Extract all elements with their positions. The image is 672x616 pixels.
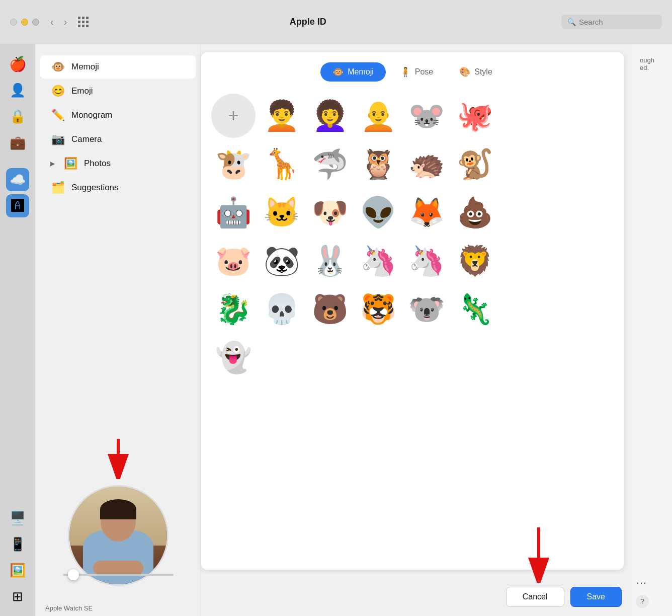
photos-label: Photos [84, 159, 111, 169]
system-sidebar: 🍎 👤 🔒 💼 ☁️ 🅰 🖥️ 📱 🖼️ ⊞ [0, 44, 35, 616]
help-button[interactable]: ? [636, 595, 649, 608]
save-button[interactable]: Save [570, 587, 622, 607]
red-arrow-save [526, 527, 551, 585]
tab-pose-label: Pose [415, 67, 433, 76]
sys-icon-user[interactable]: 👤 [6, 79, 29, 102]
right-pane: 🐵 Memoji 🧍 Pose 🎨 Style [201, 44, 632, 616]
expand-arrow-icon: ▶ [50, 160, 55, 167]
emoji-label: Emoji [71, 86, 93, 96]
tab-pose-icon: 🧍 [400, 66, 411, 78]
tab-memoji-icon: 🐵 [332, 66, 344, 78]
profile-photo[interactable] [68, 485, 169, 586]
camera-label: Camera [71, 134, 102, 144]
emoji-row-6: 👻 [211, 335, 614, 379]
add-memoji-button[interactable]: + [211, 94, 256, 138]
emoji-cell[interactable]: 🐻 [308, 287, 352, 331]
sys-icon-lock[interactable]: 🔒 [6, 105, 29, 128]
menu-item-emoji[interactable]: 😊 Emoji [40, 80, 196, 103]
emoji-cell[interactable]: 🐉 [211, 287, 256, 331]
monogram-icon: ✏️ [50, 109, 65, 122]
photos-icon: 🖼️ [63, 157, 78, 170]
menu-pane: 🐵 Memoji 😊 Emoji ✏️ Monogram 📷 Camera ▶ … [35, 44, 201, 616]
sys-icon-photo[interactable]: 🖼️ [6, 559, 29, 582]
menu-item-memoji[interactable]: 🐵 Memoji [40, 55, 196, 79]
emoji-cell[interactable]: 👩‍🦱 [308, 94, 352, 138]
maximize-button[interactable] [32, 19, 39, 26]
emoji-cell[interactable]: 💀 [260, 287, 304, 331]
emoji-cell[interactable]: 🧑‍🦲 [356, 94, 400, 138]
slider-track[interactable] [63, 574, 174, 576]
emoji-cell[interactable]: 🦄 [356, 239, 400, 283]
tab-style[interactable]: 🎨 Style [447, 62, 505, 82]
emoji-cell[interactable]: 🦊 [404, 190, 449, 235]
main-content: 🍎 👤 🔒 💼 ☁️ 🅰 🖥️ 📱 🖼️ ⊞ 🐵 Memoji 😊 Emoji … [0, 44, 672, 616]
sys-icon-cloud[interactable]: ☁️ [6, 168, 29, 191]
search-box[interactable]: 🔍 [561, 15, 662, 29]
sys-icon-apple[interactable]: 🍎 [6, 52, 29, 75]
emoji-row-2: 🐮 🦒 🦈 🦉 🦔 🐒 [211, 142, 614, 186]
emoji-cell[interactable]: 🧑‍🦱 [260, 94, 304, 138]
memoji-label: Memoji [71, 62, 99, 72]
slider-thumb[interactable] [68, 569, 79, 580]
slider-area[interactable] [63, 574, 174, 576]
cancel-button[interactable]: Cancel [506, 587, 564, 607]
emoji-cell[interactable]: 👽 [356, 190, 400, 235]
close-button[interactable] [10, 19, 17, 26]
emoji-cell[interactable]: 🦁 [453, 239, 497, 283]
emoji-cell[interactable]: 💩 [453, 190, 497, 235]
emoji-cell[interactable]: 🦒 [260, 142, 304, 186]
memoji-icon: 🐵 [50, 60, 65, 73]
emoji-cell[interactable]: 🐰 [308, 239, 352, 283]
emoji-cell[interactable]: 🐶 [308, 190, 352, 235]
tab-style-icon: 🎨 [459, 66, 470, 78]
emoji-cell[interactable]: 👻 [211, 335, 256, 379]
search-input[interactable] [579, 18, 656, 26]
titlebar: ‹ › Apple ID 🔍 [0, 0, 672, 44]
sys-icon-phone[interactable]: 📱 [6, 532, 29, 556]
emoji-cell[interactable]: 🦉 [356, 142, 400, 186]
emoji-cell[interactable]: 🦔 [404, 142, 449, 186]
menu-item-monogram[interactable]: ✏️ Monogram [40, 104, 196, 127]
emoji-row-1: + 🧑‍🦱 👩‍🦱 🧑‍🦲 🐭 🐙 [211, 94, 614, 138]
emoji-cell[interactable]: 🐒 [453, 142, 497, 186]
emoji-cell[interactable]: 🦎 [453, 287, 497, 331]
sys-icon-grid2[interactable]: ⊞ [6, 585, 29, 608]
emoji-icon: 😊 [50, 85, 65, 98]
emoji-cell[interactable]: 🐱 [260, 190, 304, 235]
emoji-cell[interactable]: 🐷 [211, 239, 256, 283]
tab-memoji[interactable]: 🐵 Memoji [320, 62, 386, 82]
traffic-lights [10, 19, 39, 26]
emoji-cell[interactable]: 🐼 [260, 239, 304, 283]
window-title: Apple ID [54, 17, 561, 27]
tab-memoji-label: Memoji [348, 67, 374, 76]
suggestions-label: Suggestions [71, 183, 119, 193]
emoji-cell[interactable]: 🦈 [308, 142, 352, 186]
sys-icon-appstore[interactable]: 🅰 [6, 194, 29, 217]
more-button[interactable]: … [636, 574, 668, 587]
menu-item-photos[interactable]: ▶ 🖼️ Photos [40, 152, 196, 175]
suggestions-icon: 🗂️ [50, 181, 65, 194]
emoji-cell[interactable]: 🐙 [453, 94, 497, 138]
main-panel: 🐵 Memoji 😊 Emoji ✏️ Monogram 📷 Camera ▶ … [35, 44, 672, 616]
emoji-grid: + 🧑‍🦱 👩‍🦱 🧑‍🦲 🐭 🐙 🐮 🦒 🦈 🦉 🦔 [211, 94, 614, 560]
emoji-cell[interactable]: 🐮 [211, 142, 256, 186]
sys-icon-monitor[interactable]: 🖥️ [6, 506, 29, 529]
emoji-cell[interactable]: 🐨 [404, 287, 449, 331]
action-bar: Cancel Save [201, 578, 632, 616]
tab-style-label: Style [474, 67, 492, 76]
sys-icon-wallet[interactable]: 💼 [6, 131, 29, 154]
red-arrow-down [106, 439, 131, 481]
emoji-pane: 🐵 Memoji 🧍 Pose 🎨 Style [201, 52, 624, 570]
menu-item-suggestions[interactable]: 🗂️ Suggestions [40, 176, 196, 199]
menu-item-camera[interactable]: 📷 Camera [40, 128, 196, 151]
emoji-cell[interactable]: 🤖 [211, 190, 256, 235]
emoji-row-4: 🐷 🐼 🐰 🦄 🦄 🦁 [211, 239, 614, 283]
tab-pose[interactable]: 🧍 Pose [388, 62, 445, 82]
monogram-label: Monogram [71, 110, 112, 120]
emoji-cell[interactable]: 🐯 [356, 287, 400, 331]
minimize-button[interactable] [21, 19, 28, 26]
emoji-cell[interactable]: 🐭 [404, 94, 449, 138]
emoji-cell[interactable]: 🦄 [404, 239, 449, 283]
emoji-row-3: 🤖 🐱 🐶 👽 🦊 💩 [211, 190, 614, 235]
tabs-row: 🐵 Memoji 🧍 Pose 🎨 Style [211, 62, 614, 82]
